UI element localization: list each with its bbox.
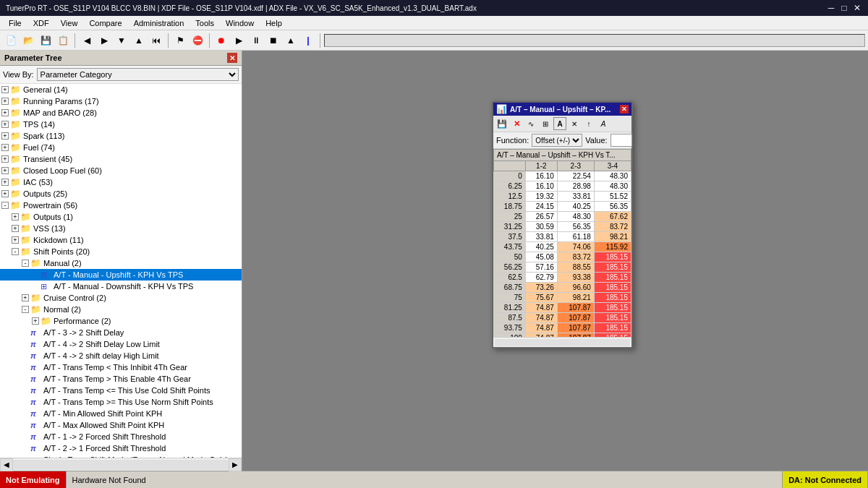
table-row[interactable]: 2526.5748.3067.62 (494, 212, 631, 222)
tree-item[interactable]: πA/T - Trans Temp <= This Use Cold Shift… (0, 385, 242, 396)
table-row[interactable]: 87.574.87107.87185.15 (494, 313, 631, 323)
menu-tools[interactable]: Tools (190, 17, 220, 29)
data-cell[interactable]: 74.87 (525, 323, 557, 333)
tree-item[interactable]: -📁Manual (2) (0, 257, 242, 269)
table-row[interactable]: 56.2557.1688.55185.15 (494, 262, 631, 273)
data-cell[interactable]: 30.59 (525, 222, 557, 232)
tree-expand-btn[interactable]: - (22, 306, 29, 313)
table-row[interactable]: 93.7574.87107.87185.15 (494, 323, 631, 333)
tree-expand-btn[interactable]: + (22, 294, 29, 301)
menu-window[interactable]: Window (220, 17, 260, 29)
tree-expand-btn[interactable]: - (1, 202, 9, 209)
data-cell[interactable]: 83.72 (557, 252, 594, 262)
tree-expand-btn[interactable]: + (1, 190, 9, 197)
tree-item[interactable]: -📁Powertrain (56) (0, 200, 242, 211)
data-cell[interactable]: 185.15 (594, 252, 631, 262)
at-wave-btn[interactable]: ∿ (524, 117, 537, 130)
tree-item[interactable]: +📁Kickdown (11) (0, 234, 242, 246)
menu-help[interactable]: Help (260, 17, 288, 29)
toolbar-triangle[interactable]: ▲ (283, 33, 299, 48)
tree-item[interactable]: +📁Performance (2) (0, 315, 242, 327)
menu-xdf[interactable]: XDF (27, 17, 55, 29)
data-cell[interactable]: 28.98 (557, 181, 594, 192)
toolbar-flag[interactable]: ⚑ (172, 33, 188, 48)
data-cell[interactable]: 185.15 (594, 293, 631, 303)
data-cell[interactable]: 74.06 (557, 242, 594, 252)
toolbar-bar[interactable]: | (300, 33, 316, 48)
data-cell[interactable]: 185.15 (594, 262, 631, 273)
tree-expand-btn[interactable]: + (1, 109, 9, 116)
data-cell[interactable]: 185.15 (594, 273, 631, 283)
at-value-input[interactable] (610, 134, 632, 147)
tree-item[interactable]: +📁Transient (45) (0, 153, 242, 165)
data-cell[interactable]: 98.21 (557, 293, 594, 303)
data-cell[interactable]: 74.87 (525, 313, 557, 323)
toolbar-new[interactable]: 📄 (3, 33, 19, 48)
toolbar-down[interactable]: ▼ (114, 33, 129, 48)
data-cell[interactable]: 98.21 (594, 232, 631, 242)
tree-item[interactable]: +📁Closed Loop Fuel (60) (0, 165, 242, 176)
tree-expand-btn[interactable]: + (1, 144, 9, 151)
at-close-x-btn[interactable]: ✕ (510, 117, 523, 130)
table-row[interactable]: 5045.0883.72185.15 (494, 252, 631, 262)
tree-expand-btn[interactable]: + (1, 86, 9, 93)
tree-expand-btn[interactable]: + (32, 317, 39, 325)
tree-expand-btn[interactable]: + (1, 167, 9, 174)
at-a2-btn[interactable]: A (597, 117, 610, 130)
tree-item[interactable]: πA/T - Trans Temp < This Inhibit 4Th Gea… (0, 361, 242, 373)
maximize-btn[interactable]: □ (839, 3, 849, 13)
menu-administration[interactable]: Administration (128, 17, 190, 29)
tree-expand-btn[interactable]: + (12, 236, 19, 244)
data-cell[interactable]: 48.30 (557, 212, 594, 222)
data-cell[interactable]: 115.92 (594, 242, 631, 252)
toolbar-rewind[interactable]: ⏮ (148, 33, 164, 48)
at-table-container[interactable]: A/T – Manual – Upshift – KPH Vs T... 1-2… (493, 149, 631, 337)
tree-item[interactable]: πA/T - 4 -> 2 shift delay High Limit (0, 350, 242, 361)
toolbar-btn4[interactable]: 📋 (55, 33, 71, 48)
data-cell[interactable]: 96.60 (557, 283, 594, 293)
data-cell[interactable]: 88.55 (557, 262, 594, 273)
toolbar-up[interactable]: ▲ (131, 33, 147, 48)
data-cell[interactable]: 185.15 (594, 323, 631, 333)
at-a-btn[interactable]: A (553, 117, 566, 130)
tree-item[interactable]: πA/T - 4 -> 2 Shift Delay Low Limit (0, 338, 242, 350)
data-cell[interactable]: 107.87 (557, 323, 594, 333)
tree-item[interactable]: +📁Fuel (74) (0, 142, 242, 153)
table-row[interactable]: 37.533.8161.1898.21 (494, 232, 631, 242)
data-cell[interactable]: 40.25 (525, 242, 557, 252)
data-cell[interactable]: 19.32 (525, 192, 557, 202)
data-cell[interactable]: 40.25 (557, 202, 594, 212)
tree-item[interactable]: πA/T - Trans Temp > This Enable 4Th Gear (0, 373, 242, 385)
tree-expand-btn[interactable]: + (1, 98, 9, 105)
data-cell[interactable]: 61.18 (557, 232, 594, 242)
tree-item[interactable]: πA/T - 3 -> 2 Shift Delay (0, 327, 242, 338)
tree-item[interactable]: +📁Outputs (25) (0, 188, 242, 200)
data-cell[interactable]: 56.35 (594, 202, 631, 212)
tree-item[interactable]: +📁Spark (113) (0, 130, 242, 142)
tree-item[interactable]: -📁Shift Points (20) (0, 246, 242, 257)
menu-compare[interactable]: Compare (83, 17, 127, 29)
tree-expand-btn[interactable]: - (12, 248, 19, 255)
table-row[interactable]: 12.519.3233.8151.52 (494, 192, 631, 202)
tree-item[interactable]: +📁MAP and BARO (28) (0, 107, 242, 119)
at-x-btn[interactable]: ✕ (568, 117, 581, 130)
table-row[interactable]: 016.1022.5448.30 (494, 171, 631, 181)
tree-expand-btn[interactable]: - (22, 260, 29, 267)
tree-item[interactable]: ⊞A/T - Manual - Downshift - KPH Vs TPS (0, 281, 242, 292)
data-cell[interactable]: 83.72 (594, 222, 631, 232)
data-cell[interactable]: 107.87 (557, 303, 594, 313)
tree-item[interactable]: +📁TPS (14) (0, 119, 242, 130)
toolbar-forward[interactable]: ▶ (96, 33, 112, 48)
tree-item[interactable]: πA/T - 1 -> 2 Forced Shift Threshold (0, 431, 242, 442)
table-row[interactable]: 6.2516.1028.9848.30 (494, 181, 631, 192)
table-row[interactable]: 43.7540.2574.06115.92 (494, 242, 631, 252)
tree-expand-btn[interactable]: + (12, 225, 19, 232)
view-by-select[interactable]: Parameter Category (37, 68, 239, 81)
data-cell[interactable]: 93.38 (557, 273, 594, 283)
at-save-btn[interactable]: 💾 (495, 117, 509, 130)
minimize-btn[interactable]: ─ (826, 3, 836, 13)
toolbar-pause[interactable]: ⏸ (248, 33, 264, 48)
data-cell[interactable]: 73.26 (525, 283, 557, 293)
tree-container[interactable]: +📁General (14)+📁Running Params (17)+📁MAP… (0, 84, 242, 458)
tree-expand-btn[interactable]: + (1, 179, 9, 186)
